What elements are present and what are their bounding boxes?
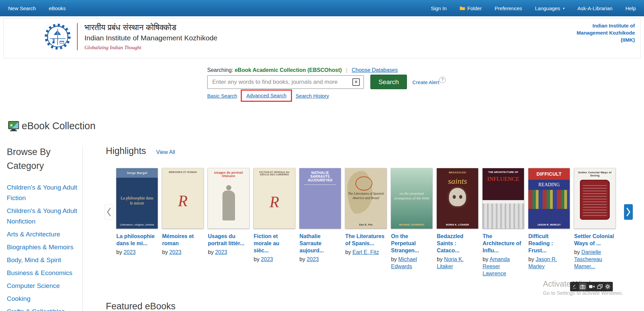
create-alert-link[interactable]: Create Alert	[412, 79, 439, 85]
topnav-label: Sign In	[431, 5, 447, 11]
cover-main-text: on the perpetual strangeness of the bibl…	[391, 168, 432, 223]
book-author-link[interactable]: Earl E. Fitz	[352, 249, 379, 255]
book-author-link[interactable]: 2023	[123, 249, 136, 255]
search-input[interactable]	[207, 75, 364, 89]
book-title-link[interactable]: The Architecture of Influ...	[483, 233, 524, 254]
page-title: eBook Collection	[22, 120, 96, 132]
book-title-link[interactable]: On the Perpetual Strangen...	[391, 233, 432, 254]
carousel-previous-button[interactable]	[104, 204, 113, 220]
category-link-business-economics[interactable]: Business & Economics	[7, 268, 79, 278]
cover-main-text: saints	[437, 174, 478, 223]
capture-settings-gear-icon[interactable]	[605, 284, 610, 289]
screenshot-camera-icon[interactable]	[579, 283, 586, 290]
book-author-link[interactable]: 2023	[169, 249, 181, 255]
screen-record-icon[interactable]	[589, 285, 595, 289]
book-cover[interactable]: Settler Colonial Ways of Seeing	[574, 168, 616, 229]
book-author-line: by Danielle Taschereau Mamer...	[574, 249, 616, 270]
category-link-body-mind-spirit[interactable]: Body, Mind & Spirit	[7, 255, 79, 265]
screen-capture-toolbar	[570, 282, 613, 291]
cover-main-text: READING	[528, 180, 570, 223]
by-label: by	[483, 256, 489, 262]
link-search-history[interactable]: Search History	[296, 93, 329, 99]
topnav-item-new-search[interactable]: New Search	[8, 5, 36, 11]
book-title-link[interactable]: Settler Colonial Ways of ...	[574, 233, 616, 247]
book-cover[interactable]: MÉMOIRES ET ROMANR	[162, 168, 203, 229]
cover-bottom-text: Earl E. Fitz	[345, 223, 387, 229]
topnav-item-ebooks[interactable]: eBooks	[49, 5, 66, 11]
book-title-link[interactable]: Fiction et morale au sièc...	[254, 233, 295, 254]
cover-title-text: R	[270, 192, 279, 212]
topnav-label: Ask-A-Librarian	[578, 5, 612, 11]
cover-main-text: The Literatures of Spanish America and B…	[345, 168, 387, 223]
logo-divider	[77, 23, 78, 50]
book-author-link[interactable]: 2023	[215, 249, 227, 255]
topnav-item-languages[interactable]: Languages▾	[535, 5, 564, 11]
category-link-crafts-collectibles[interactable]: Crafts & Collectibles	[7, 306, 79, 311]
cover-title-text: saints	[448, 176, 467, 186]
institution-text-block: भारतीय प्रबंध संस्थान कोषिक्कोड Indian I…	[84, 23, 217, 51]
book-cover[interactable]: Usages du portrait littéraire	[208, 168, 249, 229]
book-cover[interactable]: Serge MargelLa philosophie dans le miroi…	[116, 168, 158, 229]
topnav-item-sign-in[interactable]: Sign In	[431, 5, 447, 11]
annotate-icon[interactable]	[572, 284, 577, 289]
cover-title-text: The Literatures of Spanish America and B…	[348, 192, 384, 200]
choose-databases-link[interactable]: Choose Databases	[352, 67, 398, 73]
book-author-link[interactable]: 2023	[261, 256, 273, 262]
topnav-label: New Search	[8, 5, 36, 11]
topnav-item-help[interactable]: Help	[625, 5, 636, 11]
book-card: FICTION ET MORALE AU SIÈCLE DES LUMIÈRES…	[254, 168, 295, 277]
book-cover[interactable]: DIFFICULTREADINGJASON R. MARLEY	[528, 168, 570, 229]
cover-main-text: INFLUENCE	[483, 173, 524, 229]
book-cover[interactable]: FICTION ET MORALE AU SIÈCLE DES LUMIÈRES…	[254, 168, 295, 229]
book-title-link[interactable]: The Literatures of Spanis...	[345, 233, 387, 247]
category-link-biographies-memoirs[interactable]: Biographies & Memoirs	[7, 242, 79, 252]
current-database: eBook Academic Collection (EBSCOhost)	[235, 67, 342, 73]
topnav-item-preferences[interactable]: Preferences	[495, 5, 522, 11]
cover-title-text: La philosophie dans le miroir	[119, 196, 155, 206]
book-card: Serge MargelLa philosophie dans le miroi…	[116, 168, 158, 277]
right-line-2: Management Kozhikode	[547, 29, 635, 36]
book-author-line: by Michael Edwards	[391, 256, 432, 270]
by-label: by	[162, 249, 169, 255]
book-title-link[interactable]: Mémoires et roman	[162, 233, 203, 247]
carousel-next-button[interactable]	[624, 204, 633, 220]
book-author-line: by Jason R. Marley	[528, 256, 570, 270]
search-zone: Searching: eBook Academic Collection (EB…	[207, 67, 462, 73]
link-advanced-search[interactable]: Advanced Search	[246, 93, 286, 98]
category-link-arts-architecture[interactable]: Arts & Architecture	[7, 229, 79, 239]
browse-sidebar: Browse By Category Children's & Young Ad…	[7, 145, 79, 311]
book-title-link[interactable]: Nathalie Sarraute aujourd...	[299, 233, 341, 254]
category-link-children-s-young-adult-nonfiction[interactable]: Children's & Young Adult Nonfiction	[7, 206, 79, 227]
book-author-line: by Amanda Reeser Lawrence	[483, 256, 524, 277]
help-icon[interactable]: ?	[439, 77, 446, 83]
book-title-link[interactable]: La philosophie dans le mi...	[116, 233, 158, 247]
cover-top-text: Settler Colonial Ways of Seeing	[574, 168, 616, 177]
by-label: by	[528, 256, 535, 262]
cover-top-text: MÉMOIRES ET ROMAN	[162, 168, 203, 173]
book-cover[interactable]: THE ARCHITECTURE OFINFLUENCE	[483, 168, 524, 229]
link-basic-search[interactable]: Basic Search	[207, 93, 237, 99]
book-cover[interactable]: on the perpetual strangeness of the bibl…	[391, 168, 432, 229]
book-title-link[interactable]: Usages du portrait littér...	[208, 233, 249, 247]
search-button[interactable]: Search	[370, 75, 407, 89]
book-title-link[interactable]: Bedazzled Saints : Cataco...	[437, 233, 478, 254]
category-link-children-s-young-adult-fiction[interactable]: Children's & Young Adult Fiction	[7, 182, 79, 203]
topnav-item-folder[interactable]: Folder	[460, 5, 482, 11]
book-author-line: by 2023	[162, 249, 203, 256]
book-author-link[interactable]: 2023	[307, 256, 319, 262]
book-author-line: by Earl E. Fitz	[345, 249, 387, 256]
clear-search-icon[interactable]: ✕	[352, 78, 360, 86]
category-link-cooking[interactable]: Cooking	[7, 293, 79, 304]
book-cover[interactable]: BEDAZZLEDsaintsNORIA K. LITAKER	[437, 168, 478, 229]
category-link-computer-science[interactable]: Computer Science	[7, 280, 79, 291]
topnav-item-ask-a-librarian[interactable]: Ask-A-Librarian	[578, 5, 612, 11]
book-cover[interactable]: The Literatures of Spanish America and B…	[345, 168, 387, 229]
window-capture-icon[interactable]	[597, 284, 603, 289]
by-label: by	[299, 256, 307, 262]
institution-tagline: Globalizing Indian Thought	[84, 45, 217, 51]
institution-name-hindi: भारतीय प्रबंध संस्थान कोषिक्कोड	[84, 23, 217, 32]
book-cover[interactable]: NATHALIE SARRAUTE AUJOURD'HUI	[299, 168, 341, 229]
cover-bottom-text: NORIA K. LITAKER	[437, 223, 478, 229]
view-all-link[interactable]: View All	[156, 149, 175, 155]
book-title-link[interactable]: Difficult Reading : Frust...	[528, 233, 570, 254]
